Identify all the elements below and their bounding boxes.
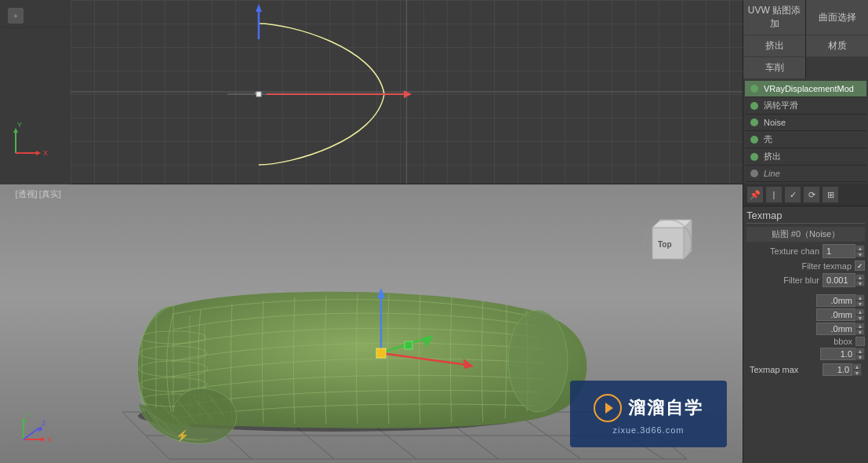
svg-text:Z: Z <box>42 419 46 427</box>
texture-chan-row: Texture chan ▲ ▼ <box>746 244 865 258</box>
filter-texmap-check: ✓ <box>857 262 863 270</box>
refresh-button[interactable]: ⟳ <box>803 186 820 203</box>
filter-blur-label: Filter blur <box>746 275 823 285</box>
stack-icon-noise <box>749 117 760 128</box>
small-value-input[interactable] <box>820 348 855 360</box>
stack-item-line[interactable]: Line <box>745 166 866 182</box>
filter-blur-row: Filter blur ▲ ▼ <box>746 273 865 287</box>
separator-1 <box>746 290 865 293</box>
uv-bbox-row: bbox <box>746 337 865 346</box>
offset-x-up[interactable]: ▲ <box>855 294 865 301</box>
filter-blur-up[interactable]: ▲ <box>855 274 865 280</box>
offset-y-down[interactable]: ▼ <box>855 315 865 321</box>
offset-x-input[interactable] <box>816 294 855 307</box>
offset-z-input[interactable] <box>816 323 855 335</box>
watermark-logo: 溜溜自学 <box>594 394 703 422</box>
svg-line-71 <box>24 428 39 439</box>
top-viewport: + X Y <box>0 0 743 184</box>
stack-item-noise[interactable]: Noise <box>745 115 866 131</box>
stack-item-vray[interactable]: VRayDisplacementMod <box>745 81 866 97</box>
filter-blur-down[interactable]: ▼ <box>855 280 865 286</box>
stack-icon-shell <box>749 134 760 145</box>
texmap-max-label: Texmap max <box>750 365 798 374</box>
watermark-en-text: zixue.3d66.com <box>612 425 684 435</box>
texture-chan-up[interactable]: ▲ <box>855 245 865 251</box>
offset-x-spinner: ▲ ▼ <box>855 294 865 307</box>
svg-text:X: X <box>47 436 52 443</box>
small-value-group: ▲ ▼ <box>820 348 865 360</box>
offset-x-group: ▲ ▼ <box>816 294 865 307</box>
navigation-gizmo[interactable]: Top <box>641 216 695 271</box>
watermark-cn-text: 溜溜自学 <box>628 396 703 420</box>
small-value-up[interactable]: ▲ <box>855 348 865 354</box>
texture-chan-down[interactable]: ▼ <box>855 251 865 257</box>
uv-bbox-checkbox[interactable] <box>855 337 865 346</box>
top-left-panel: + X Y <box>0 0 71 184</box>
texmap-section: Texmap 贴图 #0（Noise） Texture chan ▲ ▼ Fil… <box>743 206 868 463</box>
axis-indicator: X Y Z <box>16 408 55 447</box>
svg-rect-58 <box>376 348 386 358</box>
stack-icon-vray <box>749 83 760 94</box>
svg-rect-59 <box>405 341 412 349</box>
offset-z-down[interactable]: ▼ <box>855 329 865 335</box>
stack-item-noise-label: Noise <box>764 118 786 127</box>
material-button[interactable]: 材质 <box>806 35 868 57</box>
filter-texmap-label: Filter texmap <box>801 261 852 271</box>
offset-y-group: ▲ ▼ <box>816 308 865 321</box>
stack-item-turbine-label: 涡轮平滑 <box>764 100 798 111</box>
offset-y-row: ▲ ▼ <box>746 308 865 321</box>
texmap-max-group: ▲ ▼ <box>823 363 862 376</box>
texture-chan-spinner: ▲ ▼ <box>855 245 865 257</box>
texture-chan-input-group: ▲ ▼ <box>823 244 865 258</box>
filter-blur-spinner: ▲ ▼ <box>855 274 865 286</box>
settings-button[interactable]: ⊞ <box>822 186 839 203</box>
right-panel: UVW 贴图添加 曲面选择 挤出 材质 车削 VRayDisplacementM… <box>743 0 868 463</box>
stack-item-extrude-label: 挤出 <box>764 151 781 162</box>
offset-y-up[interactable]: ▲ <box>855 308 865 315</box>
texmap-max-spinner: ▲ ▼ <box>852 363 862 376</box>
filter-texmap-row: Filter texmap ✓ <box>746 261 865 271</box>
stack-item-line-label: Line <box>764 169 780 178</box>
play-icon <box>594 394 622 422</box>
pin-button[interactable]: 📌 <box>746 186 764 203</box>
stack-item-turbine[interactable]: 涡轮平滑 <box>745 97 866 115</box>
offset-x-down[interactable]: ▼ <box>855 301 865 307</box>
offset-y-spinner: ▲ ▼ <box>855 308 865 321</box>
stack-item-extrude[interactable]: 挤出 <box>745 148 866 166</box>
surface-button[interactable]: 曲面选择 <box>806 0 868 35</box>
texmap-max-input[interactable] <box>823 363 852 376</box>
offset-z-row: ▲ ▼ <box>746 323 865 335</box>
stack-item-shell[interactable]: 壳 <box>745 131 866 148</box>
texmap-title: Texmap <box>746 210 865 224</box>
play-triangle <box>605 403 613 414</box>
texture-chan-label: Texture chan <box>746 246 823 256</box>
filter-texmap-checkbox[interactable]: ✓ <box>855 261 865 271</box>
check-button[interactable]: ✓ <box>784 186 801 203</box>
offset-y-input[interactable] <box>816 308 855 321</box>
modifier-stack: VRayDisplacementMod 涡轮平滑 Noise 壳 <box>743 79 868 184</box>
stack-item-shell-label: 壳 <box>764 133 772 145</box>
extrude-button[interactable]: 挤出 <box>743 35 805 57</box>
uv-bbox-label: bbox <box>833 337 852 346</box>
offset-x-row: ▲ ▼ <box>746 294 865 307</box>
texmap-max-down[interactable]: ▼ <box>852 370 862 376</box>
perspective-viewport[interactable]: [+] [透视] [真实] <box>0 184 743 463</box>
small-value-down[interactable]: ▼ <box>855 354 865 360</box>
filter-blur-input[interactable] <box>823 273 855 287</box>
svg-text:Y: Y <box>17 121 22 129</box>
top-buttons: UVW 贴图添加 曲面选择 <box>743 0 868 35</box>
lathe-button[interactable]: 车削 <box>743 57 805 78</box>
texture-chan-input[interactable] <box>823 244 855 258</box>
texmap-max-up[interactable]: ▲ <box>852 363 862 370</box>
viewports-area: + X Y <box>0 0 743 463</box>
top-grid-view[interactable] <box>71 0 743 184</box>
stack-icon-extrude <box>749 151 760 162</box>
offset-z-group: ▲ ▼ <box>816 323 865 335</box>
top-buttons-row3: 车削 <box>743 57 868 78</box>
texmap-map-label: 贴图 #0（Noise） <box>746 227 865 242</box>
uvw-button[interactable]: UVW 贴图添加 <box>743 0 805 35</box>
vert-button[interactable]: | <box>765 186 783 203</box>
offset-z-up[interactable]: ▲ <box>855 323 865 329</box>
svg-text:+: + <box>13 12 18 20</box>
svg-rect-20 <box>256 92 261 97</box>
